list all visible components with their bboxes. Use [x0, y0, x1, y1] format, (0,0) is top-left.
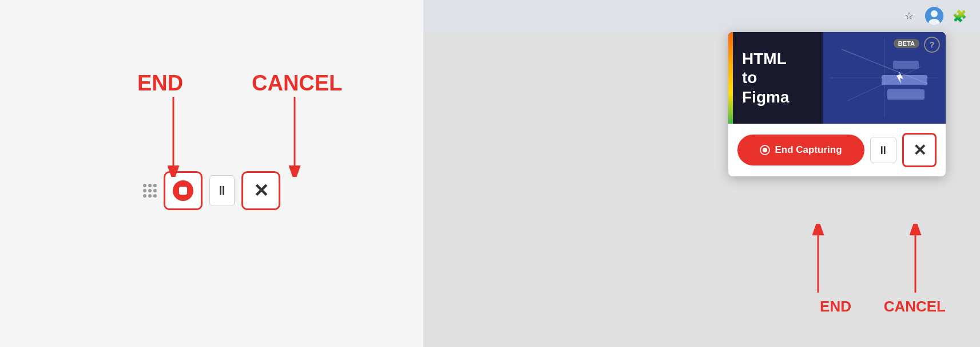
banner-title-html: HTML [742, 49, 789, 69]
extension-popup: HTML to Figma [728, 32, 946, 176]
arrow-end-left [159, 97, 188, 177]
chrome-bar: ☆ 🧩 [423, 0, 980, 32]
chrome-avatar[interactable] [925, 7, 943, 25]
svg-rect-10 [887, 89, 925, 100]
cancel-button-popup[interactable]: ✕ [902, 133, 937, 167]
popup-banner: HTML to Figma [728, 32, 946, 124]
label-end-left: END [137, 71, 183, 96]
label-cancel-right: CANCEL [884, 298, 946, 316]
arrow-cancel-left [280, 97, 309, 177]
end-capturing-button[interactable]: End Capturing [737, 135, 864, 165]
arrow-end-right [804, 224, 832, 293]
dots-grid-icon[interactable] [143, 184, 157, 198]
svg-point-3 [931, 10, 938, 17]
pause-button-popup[interactable]: ⏸ [870, 137, 896, 163]
end-capturing-label: End Capturing [775, 144, 842, 156]
banner-title-figma: Figma [742, 88, 789, 107]
help-icon[interactable]: ? [924, 37, 940, 53]
label-cancel-left: CANCEL [252, 71, 342, 96]
label-end-right: END [820, 298, 851, 316]
star-icon[interactable]: ☆ [900, 7, 918, 25]
left-panel: END CANCEL [0, 0, 423, 347]
svg-rect-9 [882, 75, 927, 85]
cancel-button-left[interactable]: ✕ [241, 171, 280, 210]
end-button-left[interactable] [164, 171, 203, 210]
svg-rect-11 [893, 61, 919, 69]
banner-title-to: to [742, 68, 789, 88]
popup-controls: End Capturing ⏸ ✕ [728, 124, 946, 176]
right-panel: ☆ 🧩 HTML to Figma [423, 0, 980, 347]
rec-dot-icon [760, 145, 770, 155]
puzzle-icon[interactable]: 🧩 [950, 7, 969, 25]
arrow-cancel-right [901, 224, 930, 293]
beta-badge: BETA [894, 39, 919, 48]
pause-button-left[interactable]: ⏸ [209, 175, 235, 206]
